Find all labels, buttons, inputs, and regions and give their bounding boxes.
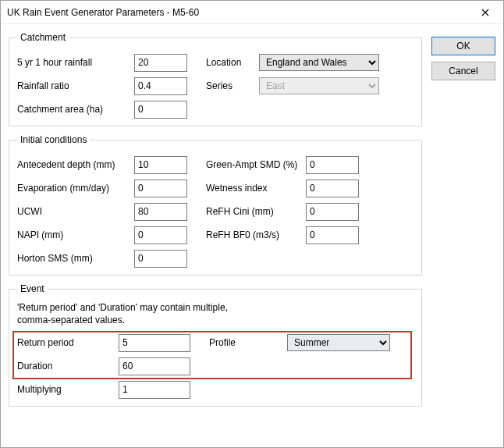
ucwi-label: UCWI: [17, 206, 134, 217]
ok-button[interactable]: OK: [431, 37, 495, 55]
location-label: Location: [206, 57, 259, 68]
wet-input[interactable]: [306, 180, 359, 197]
area-label: Catchment area (ha): [17, 104, 134, 115]
client-area: Catchment 5 yr 1 hour rainfall Rainfall …: [1, 24, 503, 422]
return-input[interactable]: [119, 334, 190, 352]
mult-label: Multiplying: [17, 384, 119, 395]
cini-label: ReFH Cini (mm): [206, 206, 306, 217]
event-legend: Event: [17, 283, 48, 294]
ga-input[interactable]: [306, 156, 359, 174]
profile-label: Profile: [209, 337, 287, 348]
close-icon: [481, 9, 489, 16]
rainfall-input[interactable]: [134, 54, 187, 72]
napi-label: NAPI (mm): [17, 229, 134, 240]
form-area: Catchment 5 yr 1 hour rainfall Rainfall …: [9, 32, 422, 414]
duration-input[interactable]: [119, 357, 190, 375]
evap-input[interactable]: [134, 180, 187, 197]
dialog-window: UK Rain Event Generator Parameters - M5-…: [0, 0, 504, 448]
cancel-button[interactable]: Cancel: [431, 62, 495, 80]
bf0-input[interactable]: [306, 226, 359, 244]
close-button[interactable]: [467, 1, 503, 24]
horton-label: Horton SMS (mm): [17, 253, 134, 264]
mult-input[interactable]: [119, 381, 190, 399]
initial-legend: Initial conditions: [17, 134, 90, 145]
catchment-group: Catchment 5 yr 1 hour rainfall Rainfall …: [9, 32, 422, 126]
ratio-input[interactable]: [134, 77, 187, 95]
antecedent-input[interactable]: [134, 156, 187, 174]
event-hint: 'Return period' and 'Duration' may conta…: [17, 302, 236, 326]
ga-label: Green-Ampt SMD (%): [206, 159, 306, 170]
evap-label: Evaporation (mm/day): [17, 183, 134, 194]
event-group: Event 'Return period' and 'Duration' may…: [9, 283, 422, 407]
rainfall-label: 5 yr 1 hour rainfall: [17, 57, 134, 68]
ucwi-input[interactable]: [134, 203, 187, 221]
dialog-buttons: OK Cancel: [431, 32, 495, 414]
ratio-label: Rainfall ratio: [17, 80, 134, 91]
napi-input[interactable]: [134, 226, 187, 244]
initial-conditions-group: Initial conditions Antecedent depth (mm)…: [9, 134, 422, 276]
titlebar: UK Rain Event Generator Parameters - M5-…: [1, 1, 503, 24]
cini-input[interactable]: [306, 203, 359, 221]
wet-label: Wetness index: [206, 183, 306, 194]
bf0-label: ReFH BF0 (m3/s): [206, 229, 306, 240]
antecedent-label: Antecedent depth (mm): [17, 159, 134, 170]
duration-label: Duration: [17, 361, 119, 372]
catchment-legend: Catchment: [17, 32, 69, 43]
horton-input[interactable]: [134, 250, 187, 268]
series-label: Series: [206, 80, 259, 91]
window-title: UK Rain Event Generator Parameters - M5-…: [7, 7, 199, 18]
profile-select[interactable]: Summer: [287, 334, 390, 351]
series-select: East: [259, 77, 379, 94]
area-input[interactable]: [134, 101, 187, 119]
location-select[interactable]: England and Wales: [259, 54, 379, 71]
return-label: Return period: [17, 337, 119, 348]
